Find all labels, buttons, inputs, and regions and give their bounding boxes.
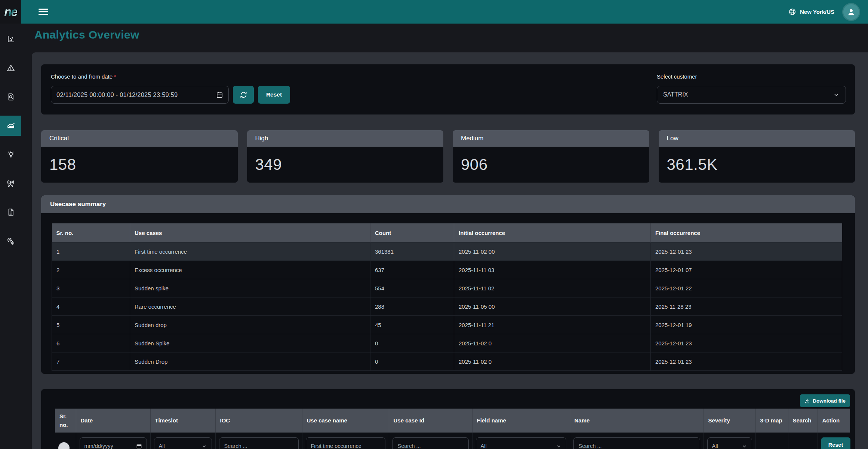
column-header-count: Count bbox=[370, 223, 454, 242]
page-title: Analytics Overview bbox=[34, 28, 139, 41]
date-filter-group: Choose to and from date* 02/11/2025 00:0… bbox=[51, 73, 290, 114]
cell-sr-no: 6 bbox=[52, 334, 130, 352]
sidebar-item-settings[interactable] bbox=[0, 231, 21, 251]
sidebar-item-analytics-charts[interactable] bbox=[0, 29, 21, 49]
table-row: 5 Sudden drop 45 2025-11-11 21 2025-12-0… bbox=[52, 316, 842, 334]
customer-filter-group: Select customer SATTRIX bbox=[657, 73, 846, 114]
table-row: 2 Excess occurrence 637 2025-11-11 03 20… bbox=[52, 261, 842, 279]
ioc-search-input[interactable] bbox=[219, 437, 299, 449]
top-navbar: ne New York/US bbox=[0, 0, 868, 24]
stat-value: 349 bbox=[255, 156, 282, 174]
use-case-name-input[interactable] bbox=[306, 437, 385, 449]
stat-card-medium: Medium 906 bbox=[453, 130, 649, 183]
timezone-selector[interactable]: New York/US bbox=[788, 8, 834, 16]
column-header-date: Date bbox=[76, 409, 150, 433]
cell-count: 554 bbox=[370, 279, 454, 297]
sidebar-item-reports[interactable] bbox=[0, 202, 21, 222]
alert-triangle-icon bbox=[6, 64, 15, 73]
table-row: 6 Sudden Spike 0 2025-11-02 0 2025-12-01… bbox=[52, 334, 842, 352]
cell-use-case: Sudden Drop bbox=[130, 352, 370, 371]
sidebar-item-investigation[interactable] bbox=[0, 87, 21, 107]
cell-initial: 2025-11-02 00 bbox=[454, 242, 651, 261]
column-header-final-occurrence: Final occurrence bbox=[651, 223, 842, 242]
download-file-button[interactable]: Download file bbox=[800, 394, 850, 407]
cell-count: 45 bbox=[370, 316, 454, 334]
column-header-sr-no: Sr. no. bbox=[55, 409, 76, 433]
broadcast-icon bbox=[6, 179, 15, 188]
column-header-search: Search bbox=[788, 409, 818, 433]
column-header-action: Action bbox=[818, 409, 850, 433]
cell-use-case: Excess occurrence bbox=[130, 261, 370, 279]
stat-card-critical: Critical 158 bbox=[41, 130, 238, 183]
idea-bulb-icon bbox=[6, 150, 15, 159]
calendar-icon[interactable] bbox=[216, 91, 223, 98]
cell-count: 361381 bbox=[370, 242, 454, 261]
cell-sr-no: 2 bbox=[52, 261, 130, 279]
cell-initial: 2025-11-11 03 bbox=[454, 261, 651, 279]
cell-final: 2025-11-28 23 bbox=[651, 297, 842, 316]
cell-final: 2025-12-01 22 bbox=[651, 279, 842, 297]
date-filter-panel: Choose to and from date* 02/11/2025 00:0… bbox=[41, 64, 855, 114]
severity-value: All bbox=[712, 443, 718, 449]
stat-label: High bbox=[247, 130, 444, 147]
name-search-input[interactable] bbox=[573, 437, 700, 449]
chevron-down-icon bbox=[742, 443, 747, 449]
cell-sr-no: 7 bbox=[52, 352, 130, 371]
cell-final: 2025-12-01 07 bbox=[651, 261, 842, 279]
sidebar-item-insights[interactable] bbox=[0, 144, 21, 165]
date-range-value: 02/11/2025 00:00:00 - 01/12/2025 23:59:5… bbox=[56, 91, 178, 98]
sidebar bbox=[0, 24, 21, 449]
customer-label: Select customer bbox=[657, 73, 846, 80]
cell-sr-no: 5 bbox=[52, 316, 130, 334]
column-header-severity: Severity bbox=[704, 409, 755, 433]
stat-label: Critical bbox=[41, 130, 238, 147]
column-header-name: Name bbox=[570, 409, 704, 433]
refresh-button[interactable] bbox=[233, 86, 254, 104]
reset-filters-button[interactable]: Reset bbox=[821, 437, 850, 449]
stat-value: 158 bbox=[49, 156, 76, 174]
stat-card-high: High 349 bbox=[247, 130, 444, 183]
calendar-icon[interactable] bbox=[136, 443, 142, 449]
cell-final: 2025-12-01 19 bbox=[651, 316, 842, 334]
reset-date-button[interactable]: Reset bbox=[258, 86, 290, 104]
date-filter-placeholder: mm/dd/yyyy bbox=[84, 443, 113, 449]
cell-final: 2025-12-01 23 bbox=[651, 334, 842, 352]
scatter-chart-icon bbox=[6, 35, 15, 44]
field-name-select[interactable]: All bbox=[476, 437, 566, 449]
sidebar-item-broadcast[interactable] bbox=[0, 173, 21, 193]
severity-select[interactable]: All bbox=[707, 437, 752, 449]
cell-count: 637 bbox=[370, 261, 454, 279]
cell-final: 2025-12-01 23 bbox=[651, 242, 842, 261]
app-logo[interactable]: ne bbox=[0, 0, 21, 24]
user-avatar[interactable] bbox=[843, 4, 859, 20]
cell-initial: 2025-11-11 02 bbox=[454, 279, 651, 297]
cell-use-case: Sudden drop bbox=[130, 316, 370, 334]
cell-use-case: First time occurrence bbox=[130, 242, 370, 261]
customer-select[interactable]: SATTRIX bbox=[657, 86, 846, 104]
date-range-label: Choose to and from date* bbox=[51, 73, 290, 80]
ioc-detail-panel: Download file Sr. no. Date Timeslot IOC … bbox=[41, 389, 855, 449]
column-header-use-cases: Use cases bbox=[130, 223, 370, 242]
settings-gears-icon bbox=[6, 236, 15, 246]
chevron-down-icon bbox=[556, 443, 561, 449]
download-icon bbox=[804, 398, 810, 404]
cell-initial: 2025-11-11 21 bbox=[454, 316, 651, 334]
sidebar-item-analytics-overview[interactable] bbox=[0, 116, 21, 136]
row-expander-button[interactable] bbox=[58, 442, 70, 449]
timezone-label: New York/US bbox=[800, 9, 834, 15]
column-header-sr-no: Sr. no. bbox=[52, 223, 130, 242]
cell-final: 2025-12-01 23 bbox=[651, 352, 842, 371]
date-filter-input[interactable]: mm/dd/yyyy bbox=[80, 437, 147, 449]
timeslot-select[interactable]: All bbox=[154, 437, 212, 449]
column-header-3d-map: 3-D map bbox=[755, 409, 788, 433]
column-header-timeslot: Timeslot bbox=[150, 409, 215, 433]
use-case-id-search-input[interactable] bbox=[393, 437, 469, 449]
cell-sr-no: 4 bbox=[52, 297, 130, 316]
cell-initial: 2025-11-02 0 bbox=[454, 352, 651, 371]
date-range-input[interactable]: 02/11/2025 00:00:00 - 01/12/2025 23:59:5… bbox=[51, 86, 229, 104]
chevron-down-icon bbox=[201, 443, 207, 449]
column-header-use-case-name: Use case name bbox=[302, 409, 389, 433]
menu-toggle-button[interactable] bbox=[38, 7, 49, 16]
sidebar-item-alerts[interactable] bbox=[0, 58, 21, 78]
table-row: 1 First time occurrence 361381 2025-11-0… bbox=[52, 242, 842, 261]
